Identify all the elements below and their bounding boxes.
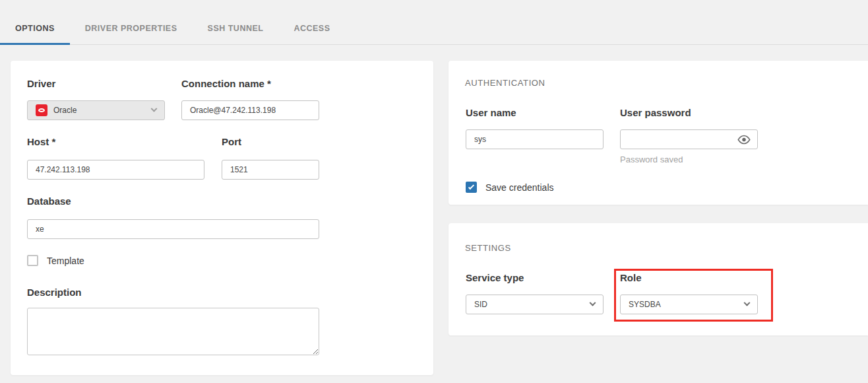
user-password-label: User password xyxy=(620,107,691,118)
connection-name-label: Connection name * xyxy=(181,78,271,89)
port-input[interactable] xyxy=(222,160,319,180)
chevron-down-icon xyxy=(744,299,751,306)
tab-driver-properties[interactable]: DRIVER PROPERTIES xyxy=(70,13,193,44)
tab-bar: OPTIONS DRIVER PROPERTIES SSH TUNNEL ACC… xyxy=(0,0,868,45)
port-label: Port xyxy=(222,136,241,147)
save-credentials-label: Save credentials xyxy=(485,182,554,193)
template-label: Template xyxy=(47,256,84,266)
chevron-down-icon xyxy=(151,105,158,112)
user-name-label: User name xyxy=(466,107,516,118)
authentication-card: AUTHENTICATION User name User password P… xyxy=(449,61,868,205)
database-label: Database xyxy=(27,195,71,207)
template-checkbox[interactable] xyxy=(27,255,38,266)
chevron-down-icon xyxy=(590,299,596,306)
oracle-driver-icon xyxy=(36,104,47,116)
service-type-select[interactable]: SID xyxy=(466,295,604,314)
description-label: Description xyxy=(27,287,82,298)
connection-name-input[interactable] xyxy=(181,100,319,120)
settings-title: SETTINGS xyxy=(465,243,511,253)
driver-label: Driver xyxy=(27,78,55,89)
role-value: SYSDBA xyxy=(629,300,661,309)
template-checkbox-row[interactable]: Template xyxy=(27,255,84,266)
tab-ssh-tunnel[interactable]: SSH TUNNEL xyxy=(193,13,279,44)
tab-options[interactable]: OPTIONS xyxy=(0,13,70,44)
service-type-label: Service type xyxy=(466,272,524,283)
settings-card: SETTINGS Service type SID Role SYSDBA xyxy=(449,223,868,335)
authentication-title: AUTHENTICATION xyxy=(465,78,545,88)
host-input[interactable] xyxy=(27,160,204,180)
tab-access[interactable]: ACCESS xyxy=(278,13,345,44)
description-textarea[interactable] xyxy=(27,308,319,355)
role-label: Role xyxy=(620,272,642,283)
driver-select-value: Oracle xyxy=(53,106,77,115)
database-input[interactable] xyxy=(27,219,319,239)
connection-options-card: Driver Oracle Connection name * Host * P… xyxy=(11,61,433,375)
password-saved-hint: Password saved xyxy=(620,155,683,164)
check-mark-icon xyxy=(468,183,474,189)
service-type-value: SID xyxy=(474,300,487,309)
eye-icon[interactable] xyxy=(737,135,751,145)
save-credentials-row[interactable]: Save credentials xyxy=(466,182,554,193)
user-name-input[interactable] xyxy=(466,129,604,149)
driver-select[interactable]: Oracle xyxy=(27,100,165,120)
host-label: Host * xyxy=(27,136,55,147)
save-credentials-checkbox[interactable] xyxy=(466,182,477,193)
role-select[interactable]: SYSDBA xyxy=(620,295,758,314)
